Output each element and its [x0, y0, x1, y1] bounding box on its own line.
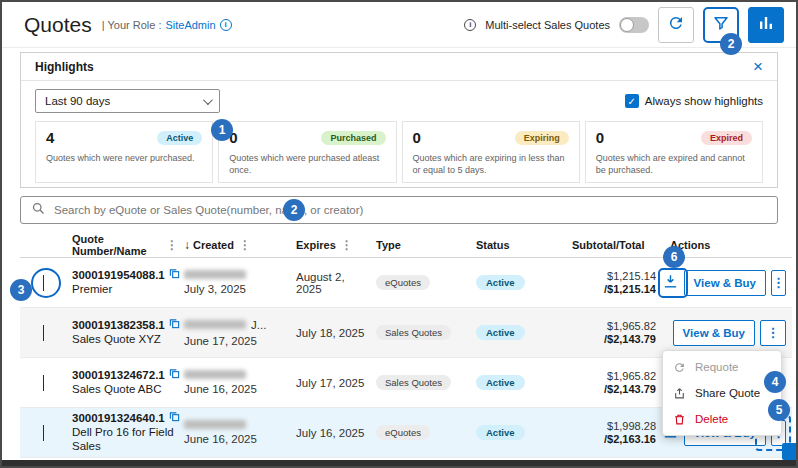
creator-suffix: J... [251, 319, 266, 331]
search-input[interactable] [54, 204, 767, 216]
subtotal-value: $1,965.82 [572, 370, 656, 382]
column-menu-icon[interactable] [166, 238, 178, 252]
search-bar [20, 196, 778, 224]
quotes-page: Quotes | Your Role : SiteAdmin Multi-sel… [0, 0, 798, 468]
multiselect-label: Multi-select Sales Quotes [485, 19, 610, 31]
created-date: June 16, 2025 [184, 383, 290, 395]
card-count: 0 [596, 129, 604, 146]
total-value: /$2,143.79 [572, 383, 656, 395]
redacted-creator [184, 320, 246, 329]
search-icon [31, 201, 46, 220]
quote-name: Dell Pro 16 for Field Sales [72, 426, 178, 454]
view-buy-button[interactable]: View & Buy [684, 270, 766, 296]
card-count: 0 [413, 129, 421, 146]
highlight-card-expired: 0 Expired Quotes which are expired and c… [585, 121, 763, 183]
scroll-button[interactable] [782, 443, 796, 460]
multiselect-toggle[interactable] [619, 17, 649, 33]
expand-chevron[interactable] [37, 319, 50, 346]
callout-6: 6 [663, 246, 685, 268]
role-prefix: | Your Role : [102, 19, 162, 31]
page-title: Quotes [24, 13, 92, 37]
download-icon [662, 273, 679, 293]
always-show-label: Always show highlights [645, 95, 763, 107]
subtotal-value: $1,215.14 [572, 270, 656, 282]
column-menu-icon[interactable] [341, 238, 353, 252]
chevron-down-icon [43, 425, 44, 441]
bottom-frame-bar [2, 460, 796, 466]
quote-number: 3000191324640.1 [72, 412, 165, 424]
role-info: | Your Role : SiteAdmin [102, 19, 232, 31]
multiselect-info-icon[interactable] [464, 19, 476, 31]
expires-date: July 17, 2025 [296, 377, 364, 389]
quote-actions-menu: Requote Share Quote Delete [662, 350, 782, 436]
chevron-down-icon [43, 325, 44, 341]
total-value: /$2,163.16 [572, 433, 656, 445]
quote-type-badge: Sales Quotes [376, 375, 451, 390]
expand-chevron[interactable] [37, 269, 50, 296]
callout-1: 1 [211, 119, 233, 141]
card-description: Quotes which were never purchased. [46, 152, 202, 164]
row-actions-kebab[interactable] [760, 320, 786, 346]
redacted-creator [184, 420, 246, 429]
callout-5: 5 [768, 399, 790, 421]
created-date: June 16, 2025 [184, 433, 290, 445]
quote-number: 3000191382358.1 [72, 319, 165, 331]
close-icon[interactable] [753, 58, 763, 75]
quote-type-badge: eQuotes [376, 425, 430, 440]
highlight-card-expiring: 0 Expiring Quotes which are expiring in … [402, 121, 580, 183]
role-info-icon[interactable] [220, 19, 232, 31]
menu-item-label: Share Quote [695, 387, 760, 399]
download-button[interactable] [662, 273, 679, 293]
share-icon [673, 387, 687, 400]
card-count: 4 [46, 129, 54, 146]
status-badge: Active [476, 425, 525, 440]
quote-name: Sales Quote ABC [72, 383, 178, 397]
copy-icon[interactable] [169, 368, 180, 381]
expires-date: July 18, 2025 [296, 327, 364, 339]
total-value: /$2,143.79 [572, 333, 656, 345]
column-menu-icon[interactable] [239, 238, 251, 252]
column-header-status: Status [476, 239, 510, 251]
copy-icon[interactable] [169, 268, 180, 281]
callout-3: 3 [10, 279, 32, 301]
highlight-cards: 4 Active Quotes which were never purchas… [21, 113, 777, 183]
menu-item-delete[interactable]: Delete [663, 406, 781, 432]
highlights-title: Highlights [35, 60, 94, 74]
expires-date: August 2, 2025 [296, 271, 345, 295]
quote-number: 3000191954088.1 [72, 269, 165, 281]
copy-icon[interactable] [169, 318, 180, 331]
period-value: Last 90 days [45, 95, 110, 107]
view-buy-button[interactable]: View & Buy [673, 320, 755, 346]
sort-desc-icon[interactable] [184, 238, 190, 252]
chart-view-button[interactable] [748, 7, 784, 43]
quote-type-badge: Sales Quotes [376, 325, 451, 340]
expand-chevron[interactable] [37, 419, 50, 446]
status-badge-expiring: Expiring [515, 131, 569, 145]
subtotal-value: $1,998.28 [572, 420, 656, 432]
checkbox-checked-icon[interactable] [625, 94, 639, 108]
column-header-created: Created [193, 239, 234, 251]
callout-4: 4 [764, 371, 786, 393]
copy-icon[interactable] [169, 411, 180, 424]
quote-number: 3000191324672.1 [72, 369, 165, 381]
refresh-button[interactable] [658, 7, 694, 43]
expires-date: July 16, 2025 [296, 427, 364, 439]
callout-2-search: 2 [283, 199, 305, 221]
chevron-down-icon [203, 95, 213, 105]
card-description: Quotes which were purchased atleast once… [229, 152, 385, 176]
column-header-subtotal: Subtotal/Total [572, 239, 645, 251]
menu-item-requote[interactable]: Requote [663, 354, 781, 380]
menu-item-label: Delete [695, 413, 728, 425]
status-badge-expired: Expired [701, 131, 752, 145]
card-description: Quotes which are expired and cannot be p… [596, 152, 752, 176]
created-date: June 17, 2025 [184, 335, 290, 347]
total-value: /$1,215.14 [572, 283, 656, 295]
chevron-down-icon [43, 275, 44, 291]
expand-chevron[interactable] [37, 369, 50, 396]
always-show-highlights[interactable]: Always show highlights [625, 94, 763, 108]
row-actions-kebab[interactable] [771, 270, 786, 296]
column-header-expires: Expires [296, 239, 336, 251]
period-dropdown[interactable]: Last 90 days [35, 89, 220, 113]
requote-icon [673, 361, 687, 374]
role-value-link[interactable]: SiteAdmin [165, 19, 215, 31]
